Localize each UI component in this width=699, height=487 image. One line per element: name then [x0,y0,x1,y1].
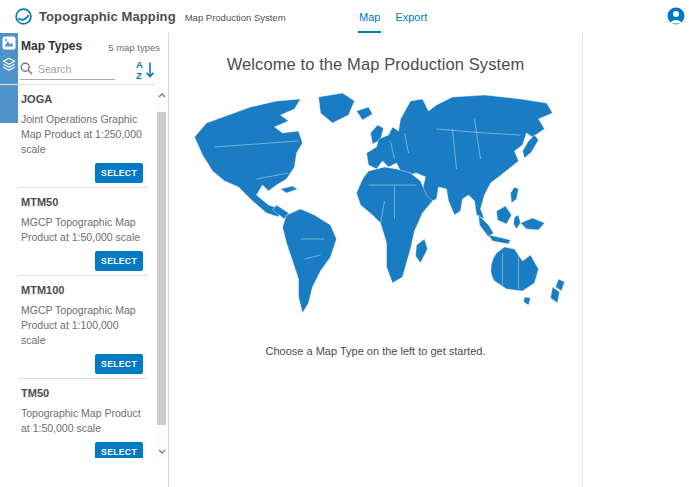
map-type-count: 5 map types [108,42,160,53]
scroll-down-icon[interactable] [156,444,168,458]
helper-text: Choose a Map Type on the left to get sta… [169,345,582,357]
map-type-item-mtm100: MTM100 MGCP Topographic Map Product at 1… [18,276,148,379]
sort-a-z-icon[interactable]: A Z [135,59,156,81]
search-box [20,58,115,80]
app-header: Topographic Mapping Map Production Syste… [0,0,699,33]
svg-text:Z: Z [136,70,142,81]
nav-tab-export[interactable]: Export [394,0,428,33]
top-nav: Map Export [358,0,428,33]
map-type-item-joga: JOGA Joint Operations Graphic Map Produc… [18,85,148,188]
app-logo-icon [15,8,32,25]
svg-text:A: A [136,59,143,70]
welcome-panel: Welcome to the Map Production System [169,33,583,487]
map-type-list: JOGA Joint Operations Graphic Map Produc… [0,84,155,458]
map-type-description: Joint Operations Graphic Map Product at … [21,112,143,157]
search-input[interactable] [38,63,110,75]
scroll-up-icon[interactable] [156,88,168,102]
map-type-name: TM50 [21,387,145,400]
map-type-description: MGCP Topographic Map Product at 1:100,00… [21,303,143,348]
map-type-description: MGCP Topographic Map Product at 1:50,000… [21,215,143,245]
world-map-graphic [183,89,568,321]
app-title: Topographic Mapping [39,9,176,24]
layers-icon[interactable] [2,57,16,71]
scrollbar-thumb[interactable] [157,112,166,425]
select-button-tm50[interactable]: SELECT [95,442,143,458]
list-scrollbar[interactable] [156,88,168,458]
main-content: Welcome to the Map Production System [169,33,699,487]
search-icon [20,62,33,75]
brand: Topographic Mapping Map Production Syste… [15,0,286,33]
select-button-mtm50[interactable]: SELECT [95,251,143,271]
map-type-item-mtm50: MTM50 MGCP Topographic Map Product at 1:… [18,188,148,276]
map-type-name: JOGA [21,93,145,106]
map-type-description: Topographic Map Product at 1:50,000 scal… [21,406,143,436]
select-button-mtm100[interactable]: SELECT [95,354,143,374]
map-production-app: Topographic Mapping Map Production Syste… [0,0,699,487]
sidebar: Map Types 5 map types A Z JOGA Joint Ope… [0,33,169,487]
map-tool-icon[interactable] [2,36,16,50]
select-button-joga[interactable]: SELECT [95,163,143,183]
user-account-icon[interactable] [667,7,685,25]
panel-title: Map Types [21,39,82,53]
app-subtitle: Map Production System [185,12,286,23]
map-type-name: MTM100 [21,284,145,297]
map-type-name: MTM50 [21,196,145,209]
nav-tab-map[interactable]: Map [358,0,381,33]
welcome-heading: Welcome to the Map Production System [169,55,582,74]
map-type-item-tm50: TM50 Topographic Map Product at 1:50,000… [18,379,148,458]
